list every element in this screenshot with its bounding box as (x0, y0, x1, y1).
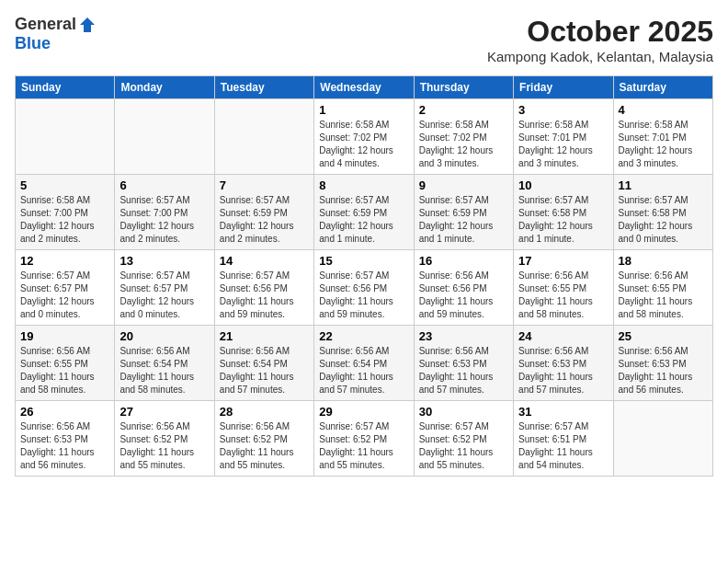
weekday-header: Friday (514, 76, 613, 99)
weekday-header: Saturday (613, 76, 712, 99)
day-number: 27 (119, 405, 209, 419)
day-info: Sunrise: 6:57 AM Sunset: 6:59 PM Dayligh… (319, 194, 408, 246)
day-number: 26 (20, 405, 109, 419)
calendar-cell: 2Sunrise: 6:58 AM Sunset: 7:02 PM Daylig… (414, 99, 513, 175)
calendar-cell: 8Sunrise: 6:57 AM Sunset: 6:59 PM Daylig… (314, 175, 414, 250)
calendar-cell: 28Sunrise: 6:56 AM Sunset: 6:52 PM Dayli… (214, 401, 313, 477)
calendar-cell (613, 401, 712, 477)
calendar-cell: 19Sunrise: 6:56 AM Sunset: 6:55 PM Dayli… (16, 326, 115, 401)
svg-marker-0 (80, 17, 95, 32)
day-number: 7 (220, 178, 309, 192)
weekday-header: Tuesday (214, 76, 313, 99)
day-number: 29 (319, 405, 408, 419)
day-info: Sunrise: 6:57 AM Sunset: 6:58 PM Dayligh… (518, 194, 608, 246)
day-number: 4 (619, 103, 708, 117)
calendar-cell: 15Sunrise: 6:57 AM Sunset: 6:56 PM Dayli… (314, 250, 414, 326)
calendar-cell: 20Sunrise: 6:56 AM Sunset: 6:54 PM Dayli… (115, 326, 214, 401)
day-number: 24 (518, 329, 608, 343)
calendar-cell: 16Sunrise: 6:56 AM Sunset: 6:56 PM Dayli… (414, 250, 513, 326)
day-number: 31 (518, 405, 608, 419)
calendar-cell: 27Sunrise: 6:56 AM Sunset: 6:52 PM Dayli… (115, 401, 214, 477)
day-info: Sunrise: 6:58 AM Sunset: 7:01 PM Dayligh… (619, 119, 708, 170)
day-info: Sunrise: 6:56 AM Sunset: 6:56 PM Dayligh… (419, 270, 508, 321)
day-info: Sunrise: 6:58 AM Sunset: 7:02 PM Dayligh… (319, 119, 408, 170)
day-number: 14 (220, 254, 309, 268)
day-info: Sunrise: 6:56 AM Sunset: 6:53 PM Dayligh… (518, 345, 608, 396)
day-number: 18 (619, 254, 708, 268)
day-number: 12 (20, 254, 109, 268)
day-number: 1 (319, 103, 408, 117)
calendar-cell: 25Sunrise: 6:56 AM Sunset: 6:53 PM Dayli… (613, 326, 712, 401)
day-number: 2 (419, 103, 508, 117)
day-info: Sunrise: 6:57 AM Sunset: 6:52 PM Dayligh… (419, 420, 508, 472)
day-info: Sunrise: 6:56 AM Sunset: 6:54 PM Dayligh… (319, 345, 408, 396)
day-number: 5 (20, 178, 109, 192)
calendar-week-row: 1Sunrise: 6:58 AM Sunset: 7:02 PM Daylig… (16, 99, 713, 175)
logo-icon (78, 16, 97, 34)
day-info: Sunrise: 6:56 AM Sunset: 6:53 PM Dayligh… (20, 420, 109, 472)
calendar-cell: 11Sunrise: 6:57 AM Sunset: 6:58 PM Dayli… (613, 175, 712, 250)
calendar-cell: 24Sunrise: 6:56 AM Sunset: 6:53 PM Dayli… (514, 326, 613, 401)
calendar-cell: 22Sunrise: 6:56 AM Sunset: 6:54 PM Dayli… (314, 326, 414, 401)
day-info: Sunrise: 6:57 AM Sunset: 6:56 PM Dayligh… (319, 270, 408, 321)
day-info: Sunrise: 6:56 AM Sunset: 6:53 PM Dayligh… (619, 345, 708, 396)
weekday-header-row: SundayMondayTuesdayWednesdayThursdayFrid… (16, 76, 713, 99)
day-info: Sunrise: 6:58 AM Sunset: 7:00 PM Dayligh… (20, 194, 109, 246)
weekday-header: Monday (115, 76, 214, 99)
calendar-cell (214, 99, 313, 175)
day-number: 23 (419, 329, 508, 343)
day-info: Sunrise: 6:56 AM Sunset: 6:55 PM Dayligh… (20, 345, 109, 396)
day-number: 9 (419, 178, 508, 192)
calendar-cell: 6Sunrise: 6:57 AM Sunset: 7:00 PM Daylig… (115, 175, 214, 250)
day-number: 13 (119, 254, 209, 268)
calendar-week-row: 19Sunrise: 6:56 AM Sunset: 6:55 PM Dayli… (16, 326, 713, 401)
day-info: Sunrise: 6:57 AM Sunset: 6:59 PM Dayligh… (220, 194, 309, 246)
day-number: 22 (319, 329, 408, 343)
day-info: Sunrise: 6:56 AM Sunset: 6:55 PM Dayligh… (619, 270, 708, 321)
day-info: Sunrise: 6:57 AM Sunset: 6:52 PM Dayligh… (319, 420, 408, 472)
calendar-cell: 30Sunrise: 6:57 AM Sunset: 6:52 PM Dayli… (414, 401, 513, 477)
logo-general-text: General (15, 15, 76, 34)
calendar-cell: 9Sunrise: 6:57 AM Sunset: 6:59 PM Daylig… (414, 175, 513, 250)
weekday-header: Sunday (16, 76, 115, 99)
calendar-cell: 3Sunrise: 6:58 AM Sunset: 7:01 PM Daylig… (514, 99, 613, 175)
calendar-cell: 21Sunrise: 6:56 AM Sunset: 6:54 PM Dayli… (214, 326, 313, 401)
day-number: 15 (319, 254, 408, 268)
location-title: Kampong Kadok, Kelantan, Malaysia (487, 49, 713, 64)
day-info: Sunrise: 6:56 AM Sunset: 6:53 PM Dayligh… (419, 345, 508, 396)
day-number: 25 (619, 329, 708, 343)
day-info: Sunrise: 6:57 AM Sunset: 7:00 PM Dayligh… (119, 194, 209, 246)
day-number: 11 (619, 178, 708, 192)
logo-blue-text: Blue (15, 34, 51, 53)
day-info: Sunrise: 6:56 AM Sunset: 6:54 PM Dayligh… (220, 345, 309, 396)
day-info: Sunrise: 6:56 AM Sunset: 6:52 PM Dayligh… (119, 420, 209, 472)
title-block: October 2025 Kampong Kadok, Kelantan, Ma… (487, 15, 713, 64)
day-info: Sunrise: 6:57 AM Sunset: 6:57 PM Dayligh… (20, 270, 109, 321)
day-number: 30 (419, 405, 508, 419)
calendar-cell: 26Sunrise: 6:56 AM Sunset: 6:53 PM Dayli… (16, 401, 115, 477)
day-info: Sunrise: 6:57 AM Sunset: 6:56 PM Dayligh… (220, 270, 309, 321)
logo: General Blue (15, 15, 97, 53)
month-title: October 2025 (487, 15, 713, 49)
weekday-header: Wednesday (314, 76, 414, 99)
weekday-header: Thursday (414, 76, 513, 99)
calendar-week-row: 12Sunrise: 6:57 AM Sunset: 6:57 PM Dayli… (16, 250, 713, 326)
calendar-cell: 17Sunrise: 6:56 AM Sunset: 6:55 PM Dayli… (514, 250, 613, 326)
calendar-cell: 10Sunrise: 6:57 AM Sunset: 6:58 PM Dayli… (514, 175, 613, 250)
day-number: 19 (20, 329, 109, 343)
calendar-cell: 31Sunrise: 6:57 AM Sunset: 6:51 PM Dayli… (514, 401, 613, 477)
calendar-cell: 14Sunrise: 6:57 AM Sunset: 6:56 PM Dayli… (214, 250, 313, 326)
day-info: Sunrise: 6:58 AM Sunset: 7:02 PM Dayligh… (419, 119, 508, 170)
calendar-cell: 7Sunrise: 6:57 AM Sunset: 6:59 PM Daylig… (214, 175, 313, 250)
day-info: Sunrise: 6:57 AM Sunset: 6:51 PM Dayligh… (518, 420, 608, 472)
day-number: 20 (119, 329, 209, 343)
calendar-week-row: 26Sunrise: 6:56 AM Sunset: 6:53 PM Dayli… (16, 401, 713, 477)
day-number: 16 (419, 254, 508, 268)
day-number: 8 (319, 178, 408, 192)
day-number: 28 (220, 405, 309, 419)
day-info: Sunrise: 6:57 AM Sunset: 6:57 PM Dayligh… (119, 270, 209, 321)
day-number: 21 (220, 329, 309, 343)
page-header: General Blue October 2025 Kampong Kadok,… (15, 15, 713, 64)
day-number: 10 (518, 178, 608, 192)
calendar-cell: 12Sunrise: 6:57 AM Sunset: 6:57 PM Dayli… (16, 250, 115, 326)
